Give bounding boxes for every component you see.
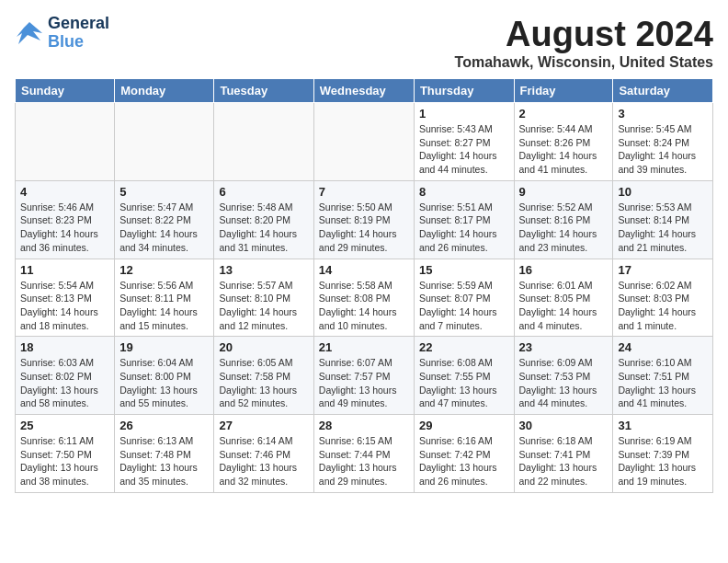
month-year-title: August 2024 — [455, 15, 713, 54]
day-info: Sunrise: 6:04 AM Sunset: 8:00 PM Dayligh… — [119, 356, 209, 410]
calendar-cell: 30Sunrise: 6:18 AM Sunset: 7:41 PM Dayli… — [514, 415, 613, 493]
day-info: Sunrise: 5:47 AM Sunset: 8:22 PM Dayligh… — [119, 201, 209, 255]
day-number: 15 — [419, 263, 509, 277]
day-number: 21 — [319, 340, 409, 354]
day-number: 30 — [519, 419, 609, 432]
calendar-header-row: SundayMondayTuesdayWednesdayThursdayFrid… — [16, 79, 713, 103]
day-info: Sunrise: 6:15 AM Sunset: 7:44 PM Dayligh… — [319, 434, 409, 488]
day-number: 14 — [319, 263, 409, 277]
day-header-monday: Monday — [115, 79, 214, 103]
day-number: 27 — [219, 419, 308, 432]
day-number: 13 — [219, 263, 308, 277]
calendar-cell: 22Sunrise: 6:08 AM Sunset: 7:55 PM Dayli… — [414, 337, 514, 415]
calendar-cell: 20Sunrise: 6:05 AM Sunset: 7:58 PM Dayli… — [214, 337, 313, 415]
calendar-cell: 19Sunrise: 6:04 AM Sunset: 8:00 PM Dayli… — [115, 337, 214, 415]
day-number: 22 — [419, 340, 509, 354]
day-info: Sunrise: 6:13 AM Sunset: 7:48 PM Dayligh… — [119, 434, 209, 488]
calendar-week-1: 1Sunrise: 5:43 AM Sunset: 8:27 PM Daylig… — [16, 103, 713, 181]
calendar-cell: 15Sunrise: 5:59 AM Sunset: 8:07 PM Dayli… — [414, 259, 514, 337]
day-info: Sunrise: 5:50 AM Sunset: 8:19 PM Dayligh… — [319, 201, 409, 255]
day-info: Sunrise: 6:02 AM Sunset: 8:03 PM Dayligh… — [618, 279, 708, 333]
calendar-cell: 26Sunrise: 6:13 AM Sunset: 7:48 PM Dayli… — [115, 415, 214, 493]
day-number: 16 — [519, 263, 609, 277]
calendar-cell: 28Sunrise: 6:15 AM Sunset: 7:44 PM Dayli… — [313, 415, 414, 493]
calendar-cell: 11Sunrise: 5:54 AM Sunset: 8:13 PM Dayli… — [16, 259, 115, 337]
calendar-cell: 21Sunrise: 6:07 AM Sunset: 7:57 PM Dayli… — [313, 337, 414, 415]
day-header-wednesday: Wednesday — [313, 79, 414, 103]
day-number: 2 — [519, 107, 609, 121]
calendar-cell: 14Sunrise: 5:58 AM Sunset: 8:08 PM Dayli… — [313, 259, 414, 337]
day-info: Sunrise: 6:07 AM Sunset: 7:57 PM Dayligh… — [319, 356, 409, 410]
calendar-cell: 27Sunrise: 6:14 AM Sunset: 7:46 PM Dayli… — [214, 415, 313, 493]
title-area: August 2024 Tomahawk, Wisconsin, United … — [455, 15, 713, 71]
day-info: Sunrise: 6:03 AM Sunset: 8:02 PM Dayligh… — [20, 356, 109, 410]
day-number: 24 — [618, 340, 708, 354]
day-number: 11 — [20, 263, 109, 277]
day-info: Sunrise: 5:43 AM Sunset: 8:27 PM Dayligh… — [419, 122, 509, 177]
day-info: Sunrise: 5:48 AM Sunset: 8:20 PM Dayligh… — [219, 201, 308, 255]
calendar-week-2: 4Sunrise: 5:46 AM Sunset: 8:23 PM Daylig… — [16, 180, 713, 259]
calendar-cell: 25Sunrise: 6:11 AM Sunset: 7:50 PM Dayli… — [16, 415, 115, 493]
calendar-cell: 4Sunrise: 5:46 AM Sunset: 8:23 PM Daylig… — [16, 180, 115, 259]
calendar-cell: 3Sunrise: 5:45 AM Sunset: 8:24 PM Daylig… — [613, 103, 713, 181]
day-number: 18 — [20, 340, 109, 354]
day-number: 8 — [419, 185, 509, 199]
calendar-table: SundayMondayTuesdayWednesdayThursdayFrid… — [15, 78, 713, 493]
page-header: General Blue August 2024 Tomahawk, Wisco… — [15, 15, 713, 71]
calendar-cell: 23Sunrise: 6:09 AM Sunset: 7:53 PM Dayli… — [514, 337, 613, 415]
calendar-cell — [115, 103, 214, 181]
day-info: Sunrise: 5:54 AM Sunset: 8:13 PM Dayligh… — [20, 279, 109, 333]
day-header-saturday: Saturday — [613, 79, 713, 103]
day-header-sunday: Sunday — [16, 79, 115, 103]
day-number: 19 — [119, 340, 209, 354]
day-info: Sunrise: 5:51 AM Sunset: 8:17 PM Dayligh… — [419, 201, 509, 255]
day-number: 26 — [119, 419, 209, 432]
day-number: 5 — [119, 185, 209, 199]
calendar-week-4: 18Sunrise: 6:03 AM Sunset: 8:02 PM Dayli… — [16, 337, 713, 415]
day-info: Sunrise: 6:16 AM Sunset: 7:42 PM Dayligh… — [419, 434, 509, 488]
calendar-cell: 12Sunrise: 5:56 AM Sunset: 8:11 PM Dayli… — [115, 259, 214, 337]
calendar-cell: 16Sunrise: 6:01 AM Sunset: 8:05 PM Dayli… — [514, 259, 613, 337]
day-number: 25 — [20, 419, 109, 432]
calendar-cell: 10Sunrise: 5:53 AM Sunset: 8:14 PM Dayli… — [613, 180, 713, 259]
day-info: Sunrise: 6:05 AM Sunset: 7:58 PM Dayligh… — [219, 356, 308, 410]
calendar-cell: 9Sunrise: 5:52 AM Sunset: 8:16 PM Daylig… — [514, 180, 613, 259]
day-info: Sunrise: 6:14 AM Sunset: 7:46 PM Dayligh… — [219, 434, 308, 488]
day-info: Sunrise: 6:08 AM Sunset: 7:55 PM Dayligh… — [419, 356, 509, 410]
calendar-cell: 2Sunrise: 5:44 AM Sunset: 8:26 PM Daylig… — [514, 103, 613, 181]
calendar-cell: 18Sunrise: 6:03 AM Sunset: 8:02 PM Dayli… — [16, 337, 115, 415]
day-number: 12 — [119, 263, 209, 277]
day-info: Sunrise: 5:44 AM Sunset: 8:26 PM Dayligh… — [519, 122, 609, 177]
logo: General Blue — [15, 15, 109, 52]
day-info: Sunrise: 5:57 AM Sunset: 8:10 PM Dayligh… — [219, 279, 308, 333]
calendar-cell: 13Sunrise: 5:57 AM Sunset: 8:10 PM Dayli… — [214, 259, 313, 337]
day-number: 1 — [419, 107, 509, 121]
day-header-thursday: Thursday — [414, 79, 514, 103]
day-number: 9 — [519, 185, 609, 199]
day-info: Sunrise: 6:10 AM Sunset: 7:51 PM Dayligh… — [618, 356, 708, 410]
calendar-cell: 6Sunrise: 5:48 AM Sunset: 8:20 PM Daylig… — [214, 180, 313, 259]
calendar-week-3: 11Sunrise: 5:54 AM Sunset: 8:13 PM Dayli… — [16, 259, 713, 337]
calendar-cell: 1Sunrise: 5:43 AM Sunset: 8:27 PM Daylig… — [414, 103, 514, 181]
calendar-cell: 31Sunrise: 6:19 AM Sunset: 7:39 PM Dayli… — [613, 415, 713, 493]
day-number: 10 — [618, 185, 708, 199]
location-title: Tomahawk, Wisconsin, United States — [455, 54, 713, 71]
day-info: Sunrise: 5:56 AM Sunset: 8:11 PM Dayligh… — [119, 279, 209, 333]
calendar-cell — [16, 103, 115, 181]
day-number: 31 — [618, 419, 708, 432]
day-info: Sunrise: 5:53 AM Sunset: 8:14 PM Dayligh… — [618, 201, 708, 255]
day-info: Sunrise: 5:52 AM Sunset: 8:16 PM Dayligh… — [519, 201, 609, 255]
day-info: Sunrise: 5:59 AM Sunset: 8:07 PM Dayligh… — [419, 279, 509, 333]
day-info: Sunrise: 5:58 AM Sunset: 8:08 PM Dayligh… — [319, 279, 409, 333]
day-info: Sunrise: 6:01 AM Sunset: 8:05 PM Dayligh… — [519, 279, 609, 333]
calendar-cell: 17Sunrise: 6:02 AM Sunset: 8:03 PM Dayli… — [613, 259, 713, 337]
day-header-friday: Friday — [514, 79, 613, 103]
day-info: Sunrise: 6:09 AM Sunset: 7:53 PM Dayligh… — [519, 356, 609, 410]
day-number: 29 — [419, 419, 509, 432]
calendar-cell: 7Sunrise: 5:50 AM Sunset: 8:19 PM Daylig… — [313, 180, 414, 259]
day-number: 6 — [219, 185, 308, 199]
calendar-cell — [313, 103, 414, 181]
day-number: 17 — [618, 263, 708, 277]
svg-marker-0 — [17, 22, 42, 44]
calendar-cell: 8Sunrise: 5:51 AM Sunset: 8:17 PM Daylig… — [414, 180, 514, 259]
